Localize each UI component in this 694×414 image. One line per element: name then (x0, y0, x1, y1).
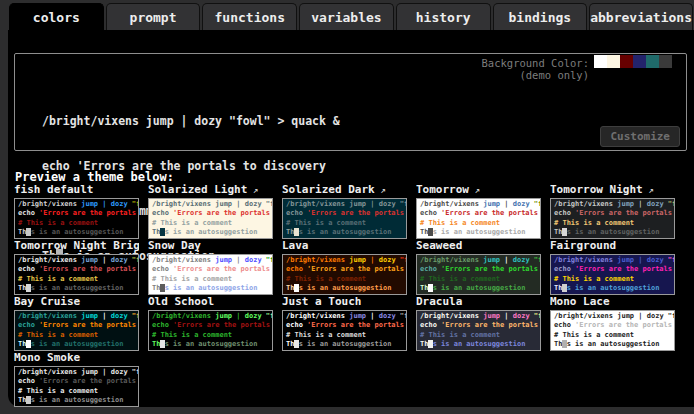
preview-command-line: /bright/vixens jump | dozy "fowl" > quac… (286, 200, 403, 209)
preview-echo-line: echo 'Errors are the portals to discover… (18, 321, 135, 330)
tab-bindings[interactable]: bindings (493, 3, 588, 30)
tab-history[interactable]: history (396, 3, 491, 30)
tab-colors[interactable]: colors (9, 3, 104, 30)
preview-command-line: /bright/vixens jump | dozy "fowl" > quac… (420, 200, 537, 209)
preview-echo-line: echo 'Errors are the portals to discover… (554, 209, 671, 218)
preview-echo-line: echo 'Errors are the portals to discover… (554, 321, 671, 330)
preview-autosuggestion-line: This is an autosuggestion (554, 284, 671, 293)
theme-name[interactable]: Snow Day (148, 240, 273, 252)
preview-echo-line: echo 'Errors are the portals to discover… (152, 321, 269, 330)
tab-prompt[interactable]: prompt (106, 3, 201, 30)
theme-preview[interactable]: /bright/vixens jump | dozy "fowl" > quac… (148, 310, 273, 351)
theme-name[interactable]: Solarized Dark ↗ (282, 184, 407, 196)
preview-autosuggestion-line: This is an autosuggestion (420, 284, 537, 293)
preview-comment-line: # This is a comment (152, 331, 269, 340)
tab-abbreviations[interactable]: abbreviations (589, 3, 693, 30)
preview-comment-line: # This is a comment (286, 275, 403, 284)
tab-bar: colorspromptfunctionsvariableshistorybin… (0, 0, 694, 30)
preview-command-line: /bright/vixens jump | dozy "fowl" > quac… (152, 312, 269, 321)
theme-name[interactable]: Old School (148, 296, 273, 308)
preview-autosuggestion-line: This is an autosuggestion (286, 340, 403, 349)
preview-command-line: /bright/vixens jump | dozy "fowl" > quac… (554, 256, 671, 265)
theme-preview[interactable]: /bright/vixens jump | dozy "fowl" > quac… (148, 254, 273, 295)
bg-swatch-dark-red[interactable] (620, 55, 633, 68)
theme-card: Mono Lace/bright/vixens jump | dozy "fow… (550, 296, 675, 351)
preview-echo-line: echo 'Errors are the portals to discover… (286, 265, 403, 274)
theme-grid: fish default/bright/vixens jump | dozy "… (14, 184, 688, 407)
theme-card: Snow Day/bright/vixens jump | dozy "fowl… (148, 240, 273, 295)
preview-autosuggestion-line: This is an autosuggestion (420, 228, 537, 237)
bg-swatch-cream[interactable] (607, 55, 620, 68)
tab-functions[interactable]: functions (202, 3, 297, 30)
theme-preview[interactable]: /bright/vixens jump | dozy "fowl" > quac… (14, 254, 139, 295)
bg-swatch-white[interactable] (594, 55, 607, 68)
bg-swatch-dark-gray[interactable] (659, 55, 672, 68)
preview-comment-line: # This is a comment (420, 331, 537, 340)
bg-swatch-black[interactable] (672, 55, 685, 68)
preview-autosuggestion-line: This is an autosuggestion (18, 396, 135, 405)
preview-comment-line: # This is a comment (554, 275, 671, 284)
sample-command: dozy (194, 114, 229, 128)
preview-comment-line: # This is a comment (18, 331, 135, 340)
preview-echo-line: echo 'Errors are the portals to discover… (18, 265, 135, 274)
theme-preview[interactable]: /bright/vixens jump | dozy "fowl" > quac… (416, 198, 541, 239)
theme-preview[interactable]: /bright/vixens jump | dozy "fowl" > quac… (14, 198, 139, 239)
theme-preview[interactable]: /bright/vixens jump | dozy "fowl" > quac… (550, 198, 675, 239)
theme-name[interactable]: Tomorrow ↗ (416, 184, 541, 196)
sample-quote: "fowl" > quack & (229, 114, 340, 128)
customize-button[interactable]: Customize (600, 126, 680, 147)
theme-name[interactable]: Mono Smoke (14, 352, 139, 364)
demo-only-text: (demo only) (482, 69, 589, 81)
theme-name[interactable]: Fairground (550, 240, 675, 252)
theme-card: Solarized Light ↗/bright/vixens jump | d… (148, 184, 273, 239)
theme-preview[interactable]: /bright/vixens jump | dozy "fowl" > quac… (550, 310, 675, 351)
preview-autosuggestion-line: This is an autosuggestion (18, 228, 135, 237)
theme-card: Fairground/bright/vixens jump | dozy "fo… (550, 240, 675, 295)
preview-autosuggestion-line: This is an autosuggestion (152, 284, 269, 293)
sample-path: /bright/vixens (42, 114, 146, 128)
preview-autosuggestion-line: This is an autosuggestion (420, 340, 537, 349)
preview-echo-line: echo 'Errors are the portals to discover… (420, 209, 537, 218)
preview-command-line: /bright/vixens jump | dozy "fowl" > quac… (18, 200, 135, 209)
preview-echo-line: echo 'Errors are the portals to discover… (18, 377, 135, 386)
theme-name[interactable]: fish default (14, 184, 139, 196)
theme-name[interactable]: Tomorrow Night Bright ↗ (14, 240, 139, 252)
theme-preview[interactable]: /bright/vixens jump | dozy "fowl" > quac… (416, 254, 541, 295)
theme-card: Seaweed/bright/vixens jump | dozy "fowl"… (416, 240, 541, 295)
preview-autosuggestion-line: This is an autosuggestion (152, 228, 269, 237)
theme-card: Tomorrow ↗/bright/vixens jump | dozy "fo… (416, 184, 541, 239)
preview-echo-line: echo 'Errors are the portals to discover… (420, 265, 537, 274)
theme-name[interactable]: Seaweed (416, 240, 541, 252)
theme-card: Tomorrow Night Bright ↗/bright/vixens ju… (14, 240, 139, 295)
preview-command-line: /bright/vixens jump | dozy "fowl" > quac… (18, 368, 135, 377)
theme-preview[interactable]: /bright/vixens jump | dozy "fowl" > quac… (14, 310, 139, 351)
bg-swatch-navy[interactable] (633, 55, 646, 68)
theme-name[interactable]: Just a Touch (282, 296, 407, 308)
theme-name[interactable]: Tomorrow Night ↗ (550, 184, 675, 196)
theme-preview[interactable]: /bright/vixens jump | dozy "fowl" > quac… (550, 254, 675, 295)
theme-preview[interactable]: /bright/vixens jump | dozy "fowl" > quac… (282, 254, 407, 295)
theme-preview[interactable]: /bright/vixens jump | dozy "fowl" > quac… (14, 366, 139, 407)
sample-param: jump (146, 114, 174, 128)
external-link-icon: ↗ (643, 185, 654, 195)
theme-name[interactable]: Dracula (416, 296, 541, 308)
theme-preview[interactable]: /bright/vixens jump | dozy "fowl" > quac… (282, 198, 407, 239)
tab-variables[interactable]: variables (299, 3, 394, 30)
preview-autosuggestion-line: This is an autosuggestion (18, 284, 135, 293)
theme-card: Just a Touch/bright/vixens jump | dozy "… (282, 296, 407, 351)
sample-pipe: | (174, 114, 195, 128)
background-color-label: Background Color: (demo only) (482, 57, 589, 81)
theme-card: Bay Cruise/bright/vixens jump | dozy "fo… (14, 296, 139, 351)
theme-card: fish default/bright/vixens jump | dozy "… (14, 184, 139, 239)
theme-preview[interactable]: /bright/vixens jump | dozy "fowl" > quac… (282, 310, 407, 351)
theme-name[interactable]: Lava (282, 240, 407, 252)
bg-swatch-teal[interactable] (646, 55, 659, 68)
preview-comment-line: # This is a comment (18, 219, 135, 228)
theme-preview[interactable]: /bright/vixens jump | dozy "fowl" > quac… (416, 310, 541, 351)
theme-name[interactable]: Solarized Light ↗ (148, 184, 273, 196)
theme-name[interactable]: Bay Cruise (14, 296, 139, 308)
theme-name[interactable]: Mono Lace (550, 296, 675, 308)
preview-comment-line: # This is a comment (18, 275, 135, 284)
theme-preview[interactable]: /bright/vixens jump | dozy "fowl" > quac… (148, 198, 273, 239)
external-link-icon: ↗ (375, 185, 386, 195)
